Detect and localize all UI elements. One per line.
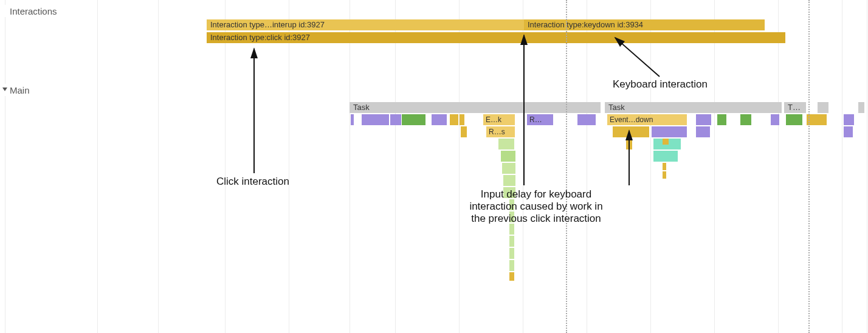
svg-line-1	[615, 38, 660, 77]
frame[interactable]	[663, 139, 669, 145]
frame[interactable]	[509, 224, 514, 235]
interactions-track-label[interactable]: Interactions	[0, 5, 97, 17]
frame[interactable]	[509, 248, 514, 259]
frame[interactable]	[432, 114, 447, 125]
frame[interactable]	[509, 272, 514, 281]
frame[interactable]	[786, 114, 802, 125]
main-track-label[interactable]: Main	[0, 84, 97, 96]
frame[interactable]	[450, 114, 458, 125]
time-marker	[566, 0, 567, 333]
frame[interactable]	[577, 114, 596, 125]
frame[interactable]	[653, 151, 678, 162]
frame-event-down[interactable]: Event…down	[607, 114, 687, 125]
frame[interactable]	[502, 163, 515, 174]
frame[interactable]	[461, 126, 467, 137]
frame[interactable]	[844, 114, 854, 125]
frame[interactable]	[844, 126, 853, 137]
frame[interactable]	[740, 114, 751, 125]
frame-rs[interactable]: R…s	[486, 126, 515, 137]
task-bar-2[interactable]: Task	[605, 102, 782, 113]
annotation-input-delay: Input delay for keyboard interaction cau…	[457, 188, 615, 225]
frame[interactable]	[696, 114, 711, 125]
frame[interactable]	[501, 151, 515, 162]
frame[interactable]	[402, 114, 425, 125]
frame[interactable]	[351, 114, 354, 125]
frame[interactable]	[509, 236, 514, 247]
annotation-click: Click interaction	[216, 176, 289, 188]
task-bar-5[interactable]	[858, 102, 864, 113]
frame[interactable]	[390, 114, 401, 125]
frame[interactable]	[626, 139, 632, 149]
grid	[0, 0, 868, 333]
frame[interactable]	[663, 163, 666, 170]
annotation-arrows	[0, 0, 868, 333]
task-bar-3[interactable]: T…	[784, 102, 806, 113]
interaction-pointerup-bar[interactable]: Interaction type…interup id:3927	[207, 19, 524, 30]
frame[interactable]	[652, 126, 687, 137]
frame[interactable]	[717, 114, 726, 125]
frame[interactable]	[498, 139, 514, 149]
task-bar-1[interactable]: Task	[350, 102, 601, 113]
frame-ek[interactable]: E…k	[483, 114, 515, 125]
interaction-keydown-bar[interactable]: Interaction type:keydown id:3934	[524, 19, 765, 30]
frame-r[interactable]: R…	[527, 114, 553, 125]
annotation-keyboard: Keyboard interaction	[613, 78, 708, 91]
frame[interactable]	[771, 114, 779, 125]
frame[interactable]	[362, 114, 389, 125]
frame[interactable]	[460, 114, 464, 125]
frame[interactable]	[503, 175, 515, 186]
interaction-click-bar[interactable]: Interaction type:click id:3927	[207, 32, 785, 43]
frame[interactable]	[696, 126, 710, 137]
frame[interactable]	[509, 260, 514, 271]
time-marker	[808, 0, 810, 333]
task-bar-4[interactable]	[818, 102, 828, 113]
frame[interactable]	[663, 171, 666, 179]
frame[interactable]	[613, 126, 649, 137]
